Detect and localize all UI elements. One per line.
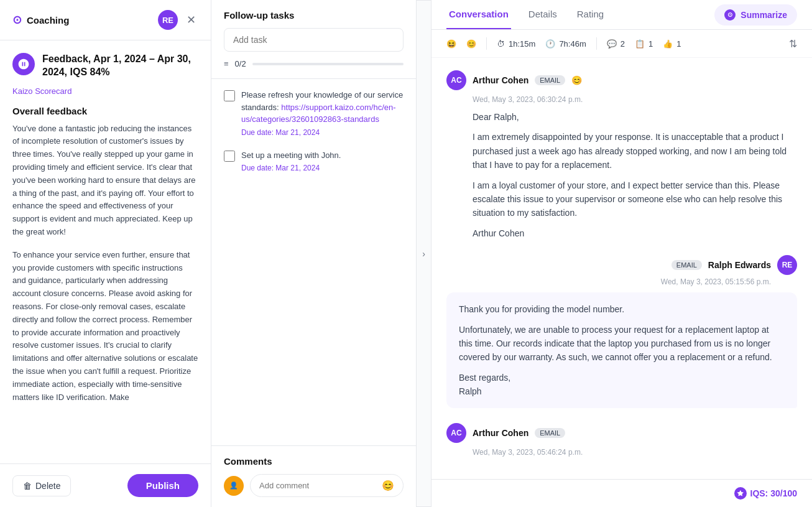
meta-emoji1: 😆 bbox=[446, 39, 456, 49]
arthur-body-1: Dear Ralph, I am extremely disappointed … bbox=[473, 110, 797, 240]
iqs-circle-icon bbox=[734, 487, 747, 500]
task-text-1: Please refresh your knowledge of our ser… bbox=[241, 89, 404, 126]
arthur-p1: Dear Ralph, bbox=[473, 110, 797, 124]
arthur-sender-1: Arthur Cohen bbox=[473, 75, 528, 85]
thumbs-up-icon: 👍 bbox=[663, 39, 673, 49]
progress-text: 0/2 bbox=[235, 59, 246, 68]
commenter-initials: 👤 bbox=[229, 481, 238, 490]
clock-icon: 🕐 bbox=[545, 39, 555, 49]
meta-emoji2: 😊 bbox=[466, 39, 476, 49]
feedback-title: Feedback, Apr 1, 2024 – Apr 30, 2024, IQ… bbox=[42, 53, 198, 79]
task-checkbox-1[interactable] bbox=[224, 90, 235, 101]
arthur-channel-1: EMAIL bbox=[535, 75, 565, 85]
user-avatar: RE bbox=[158, 10, 178, 30]
arthur-avatar-1: AC bbox=[446, 70, 466, 90]
feedback-text-1: You've done a fantastic job reducing the… bbox=[12, 123, 198, 239]
meta-divider-2 bbox=[596, 37, 597, 50]
timer-icon: ⏱ bbox=[497, 39, 505, 49]
task-due-1: Due date: Mar 21, 2024 bbox=[241, 128, 404, 137]
meta-duration1: ⏱ 1h:15m bbox=[497, 39, 535, 49]
tab-conversation[interactable]: Conversation bbox=[446, 0, 511, 29]
tasks-title: Follow-up tasks bbox=[224, 10, 404, 21]
add-task-input[interactable] bbox=[224, 28, 404, 52]
left-header: ⊙ Coaching RE ✕ bbox=[0, 0, 211, 40]
conversation-meta: 😆 😊 ⏱ 1h:15m 🕐 7h:46m 💬 2 📋 1 👍 1 ⇅ bbox=[431, 30, 812, 58]
task-checkbox-2[interactable] bbox=[224, 151, 235, 162]
coaching-icon: ⊙ bbox=[12, 13, 22, 27]
comment-input[interactable] bbox=[259, 481, 378, 490]
conversation-body: AC Arthur Cohen EMAIL 😊 Wed, May 3, 2023… bbox=[431, 58, 812, 479]
iqs-badge: IQS: 30/100 bbox=[734, 487, 798, 500]
conversation-panel: Conversation Details Rating ⊙ Summarize … bbox=[431, 0, 812, 507]
overall-feedback-title: Overall feedback bbox=[12, 106, 198, 116]
close-button[interactable]: ✕ bbox=[184, 11, 198, 29]
comment-input-wrapper[interactable]: 😊 bbox=[250, 474, 404, 497]
tasks-panel: Follow-up tasks ≡ 0/2 Please refresh you… bbox=[211, 0, 417, 507]
feedback-header: Feedback, Apr 1, 2024 – Apr 30, 2024, IQ… bbox=[12, 53, 198, 79]
kaizo-brand-icon bbox=[12, 53, 35, 75]
arthur-time-2: Wed, May 3, 2023, 05:46:24 p.m. bbox=[473, 448, 797, 457]
comment-icon: 💬 bbox=[607, 39, 617, 49]
ralph-time-1: Wed, May 3, 2023, 05:15:56 p.m. bbox=[661, 277, 771, 286]
collapse-toggle[interactable]: › bbox=[417, 0, 431, 507]
tasks-header: Follow-up tasks ≡ 0/2 bbox=[211, 0, 416, 79]
header-actions: RE ✕ bbox=[158, 10, 198, 30]
ralph-body-1: Thank you for providing the model number… bbox=[446, 292, 797, 408]
trash-icon: 🗑 bbox=[23, 481, 32, 491]
tab-details[interactable]: Details bbox=[526, 0, 560, 29]
arthur-channel-2: EMAIL bbox=[535, 428, 565, 438]
left-footer: 🗑 Delete Publish bbox=[0, 463, 211, 507]
summarize-icon: ⊙ bbox=[724, 9, 736, 21]
message-header-arthur-1: AC Arthur Cohen EMAIL 😊 bbox=[446, 70, 797, 90]
arthur-time-1: Wed, May 3, 2023, 06:30:24 p.m. bbox=[473, 95, 797, 104]
message-header-ralph-1: EMAIL Ralph Edwards RE bbox=[671, 255, 797, 275]
message-arthur-2: AC Arthur Cohen EMAIL Wed, May 3, 2023, … bbox=[446, 423, 797, 457]
conversation-header: Conversation Details Rating ⊙ Summarize bbox=[431, 0, 812, 30]
arthur-sender-2: Arthur Cohen bbox=[473, 428, 528, 438]
meta-likes: 👍 1 bbox=[663, 39, 681, 49]
task-item-2: Set up a meeting with John. Due date: Ma… bbox=[224, 149, 404, 173]
comments-title: Comments bbox=[224, 456, 404, 467]
emoji-button[interactable]: 😊 bbox=[382, 480, 394, 491]
meta-notes: 📋 1 bbox=[635, 39, 653, 49]
notes-icon: 📋 bbox=[635, 39, 645, 49]
scorecard-label: Kaizo Scorecard bbox=[12, 86, 198, 96]
arthur-p3: I am a loyal customer of your store, and… bbox=[473, 179, 797, 220]
tab-rating[interactable]: Rating bbox=[574, 0, 606, 29]
coaching-title: ⊙ Coaching bbox=[12, 13, 69, 27]
message-arthur-1: AC Arthur Cohen EMAIL 😊 Wed, May 3, 2023… bbox=[446, 70, 797, 240]
comments-section: Comments 👤 😊 bbox=[211, 445, 416, 507]
arthur-emoji-1: 😊 bbox=[571, 75, 582, 85]
right-footer: IQS: 30/100 bbox=[431, 479, 812, 507]
coaching-panel: ⊙ Coaching RE ✕ Feedback, Apr 1, 2024 – … bbox=[0, 0, 211, 507]
task-content-2: Set up a meeting with John. Due date: Ma… bbox=[241, 149, 404, 173]
list-icon: ≡ bbox=[224, 59, 229, 68]
meta-divider-1 bbox=[486, 37, 487, 50]
left-body: Feedback, Apr 1, 2024 – Apr 30, 2024, IQ… bbox=[0, 40, 211, 463]
sort-icon: ⇅ bbox=[789, 39, 797, 49]
tasks-list: Please refresh your knowledge of our ser… bbox=[211, 79, 416, 445]
meta-comments: 💬 2 bbox=[607, 39, 625, 49]
task-progress: ≡ 0/2 bbox=[224, 59, 404, 68]
ralph-p1: Thank you for providing the model number… bbox=[459, 302, 785, 316]
ralph-sender-1: Ralph Edwards bbox=[708, 260, 771, 270]
progress-bar bbox=[252, 63, 404, 65]
ralph-p2: Unfortunately, we are unable to process … bbox=[459, 323, 785, 365]
publish-button[interactable]: Publish bbox=[127, 474, 198, 497]
ralph-p3: Best regards,Ralph bbox=[459, 371, 785, 399]
ralph-channel-1: EMAIL bbox=[671, 260, 702, 270]
arthur-avatar-2: AC bbox=[446, 423, 466, 443]
arthur-p2: I am extremely disappointed by your resp… bbox=[473, 130, 797, 172]
message-header-arthur-2: AC Arthur Cohen EMAIL bbox=[446, 423, 797, 443]
meta-duration2: 🕐 7h:46m bbox=[545, 39, 586, 49]
delete-button[interactable]: 🗑 Delete bbox=[12, 475, 71, 496]
feedback-text-2: To enhance your service even further, en… bbox=[12, 249, 198, 404]
message-ralph-1: EMAIL Ralph Edwards RE Wed, May 3, 2023,… bbox=[446, 255, 797, 408]
ralph-avatar-1: RE bbox=[777, 255, 797, 275]
summarize-button[interactable]: ⊙ Summarize bbox=[714, 4, 797, 26]
task-text-2: Set up a meeting with John. bbox=[241, 149, 404, 162]
task-due-2: Due date: Mar 21, 2024 bbox=[241, 164, 404, 172]
task-content-1: Please refresh your knowledge of our ser… bbox=[241, 89, 404, 137]
task-link-1[interactable]: https://support.kaizo.com/hc/en-us/categ… bbox=[241, 103, 396, 124]
sort-icon-wrapper: ⇅ bbox=[789, 38, 797, 50]
